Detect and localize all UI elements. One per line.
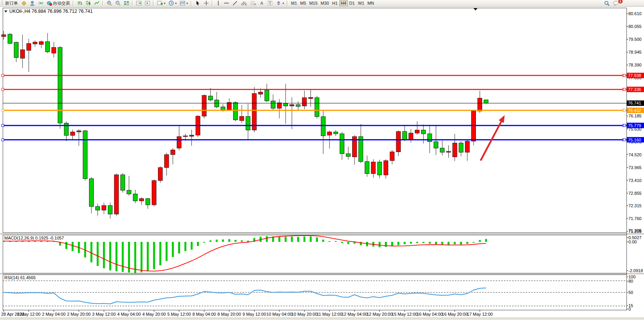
separator xyxy=(191,1,192,6)
data-window-button[interactable] xyxy=(28,0,37,6)
main-price-pane[interactable] xyxy=(3,8,627,233)
time-axis-label: 16 May 20:00 xyxy=(442,312,468,317)
label-button[interactable]: T xyxy=(266,0,274,6)
line-anchor-handle[interactable] xyxy=(2,109,4,112)
market-watch-icon xyxy=(21,0,26,6)
candle-down xyxy=(108,206,112,214)
bar-chart-button[interactable] xyxy=(75,0,84,6)
fibonacci-button[interactable]: F xyxy=(249,0,258,6)
separator xyxy=(132,1,133,6)
tile-windows-button[interactable] xyxy=(122,0,131,6)
text-icon: A xyxy=(260,0,264,6)
candle-down xyxy=(89,179,93,206)
time-axis-label: 2 May 20:00 xyxy=(67,312,91,317)
candle-up xyxy=(415,130,419,133)
price-axis-label: 72.855 xyxy=(628,191,642,196)
macd-histogram-bar xyxy=(297,237,299,242)
macd-histogram-bar xyxy=(166,242,168,261)
candle-down xyxy=(321,117,325,136)
vertical-line-button[interactable] xyxy=(214,0,222,6)
macd-histogram-bar xyxy=(178,242,180,254)
tab-timeframe-m15[interactable]: M15 xyxy=(308,0,319,6)
candle-down xyxy=(58,47,62,123)
macd-histogram-bar xyxy=(435,242,437,244)
zoom-in-button[interactable] xyxy=(105,0,114,6)
price-tag-value: 76.741 xyxy=(628,101,641,105)
line-anchor-handle[interactable] xyxy=(2,124,4,127)
zoom-out-button[interactable] xyxy=(114,0,122,6)
chart-title: UKOil-,H4 76.884 76.896 76.712 76.741 xyxy=(9,9,93,14)
candle-up xyxy=(77,131,81,132)
line-chart-button[interactable] xyxy=(93,0,101,6)
channel-icon: E xyxy=(241,0,247,6)
macd-histogram-bar xyxy=(209,240,211,242)
new-chart-button[interactable]: ▾ xyxy=(156,0,167,6)
price-axis-label: 72.315 xyxy=(628,203,642,208)
separator xyxy=(73,1,74,6)
macd-histogram-bar xyxy=(404,242,405,244)
tag-connector xyxy=(623,88,626,91)
crosshair-button[interactable] xyxy=(202,0,211,6)
candle-up xyxy=(409,133,413,140)
notifications-button[interactable]: 1 xyxy=(611,0,621,6)
tab-timeframe-m30[interactable]: M30 xyxy=(319,0,330,6)
chart-canvas[interactable]: UKOil-,H4 76.884 76.896 76.712 76.74180.… xyxy=(0,7,644,320)
tab-timeframe-m1[interactable]: M1 xyxy=(290,0,298,6)
chevron-down-icon: ▾ xyxy=(283,2,284,5)
autotrading-button[interactable]: 自动交易 xyxy=(45,0,72,6)
time-axis-label: 1 May 12:00 xyxy=(17,312,41,317)
candle-up xyxy=(114,175,119,214)
candle-down xyxy=(127,190,131,194)
candle-up xyxy=(152,180,156,205)
candle-up xyxy=(139,199,144,201)
time-axis-label: 12 May 04:00 xyxy=(342,312,368,317)
candle-up xyxy=(33,42,37,44)
text-button[interactable]: A xyxy=(258,0,266,6)
candle-up xyxy=(171,150,175,155)
search-button[interactable] xyxy=(602,0,611,6)
tab-timeframe-h4[interactable]: H4 xyxy=(339,0,348,6)
periods-button[interactable]: ▾ xyxy=(167,0,178,6)
market-watch-button[interactable] xyxy=(19,0,28,6)
time-axis-label: 9 May 12:00 xyxy=(242,312,266,317)
tab-timeframe-mn[interactable]: MN xyxy=(366,0,376,6)
tab-timeframe-w1[interactable]: W1 xyxy=(356,0,366,6)
trendline-button[interactable] xyxy=(231,0,239,6)
macd-histogram-bar xyxy=(247,241,249,242)
candle-down xyxy=(296,105,300,107)
tab-timeframe-h1[interactable]: H1 xyxy=(330,0,339,6)
macd-pane[interactable] xyxy=(3,235,627,273)
navigator-button[interactable] xyxy=(37,0,45,6)
arrows-button[interactable]: ▾ xyxy=(274,0,286,6)
svg-text:F: F xyxy=(254,3,256,6)
cursor-button[interactable] xyxy=(193,0,202,6)
macd-histogram-bar xyxy=(347,242,349,244)
crosshair-icon xyxy=(204,0,209,6)
macd-histogram-bar xyxy=(122,242,124,272)
candle-up xyxy=(390,152,394,161)
autoscroll-button[interactable] xyxy=(143,0,152,6)
macd-histogram-bar xyxy=(266,236,268,242)
horizontal-line-button[interactable] xyxy=(222,0,231,6)
line-anchor-handle[interactable] xyxy=(2,88,4,91)
candle-up xyxy=(252,93,256,130)
tab-timeframe-m5[interactable]: M5 xyxy=(298,0,307,6)
channel-button[interactable]: E xyxy=(239,0,249,6)
macd-histogram-bar xyxy=(203,242,205,243)
tab-timeframe-d1[interactable]: D1 xyxy=(348,0,356,6)
shift-end-button[interactable] xyxy=(135,0,143,6)
line-anchor-handle[interactable] xyxy=(2,139,4,141)
candle-down xyxy=(428,134,432,142)
time-axis-label: 4 May 20:00 xyxy=(142,312,166,317)
candlestick-chart-button[interactable] xyxy=(84,0,93,6)
candle-up xyxy=(453,143,457,157)
new-order-button[interactable]: 新订单 xyxy=(4,0,19,6)
svg-text:A: A xyxy=(260,1,263,5)
notification-badge: 1 xyxy=(618,0,623,3)
templates-button[interactable]: ▾ xyxy=(178,0,190,6)
macd-histogram-bar xyxy=(322,240,324,242)
macd-histogram-bar xyxy=(241,240,243,242)
line-anchor-handle[interactable] xyxy=(2,74,4,77)
candlestick-chart-icon xyxy=(86,0,91,6)
candle-down xyxy=(121,175,125,190)
